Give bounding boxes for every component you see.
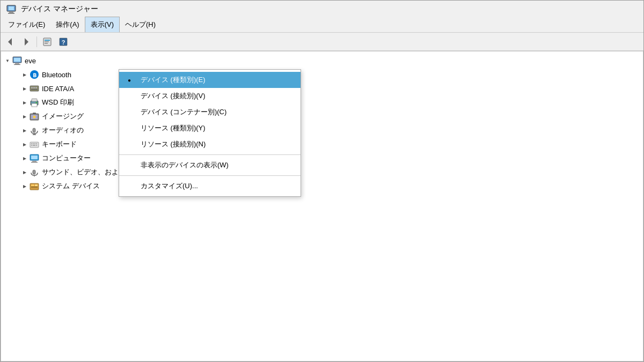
properties-button[interactable] xyxy=(40,35,55,49)
svg-rect-31 xyxy=(33,128,35,132)
back-icon xyxy=(5,37,15,47)
sound-expand-icon[interactable] xyxy=(20,168,29,176)
main-content: eve ʙ Bluetooth xyxy=(1,51,643,361)
tree-item-ide[interactable]: IDE ATA/A xyxy=(1,82,643,95)
sound-icon xyxy=(29,167,40,178)
svg-rect-41 xyxy=(36,145,37,146)
dropdown-label-by-container: デバイス (コンテナー別)(C) xyxy=(141,107,226,117)
dropdown-label-resource-connection: リソース (接続別)(N) xyxy=(141,139,206,149)
tree-item-imaging[interactable]: イメージング xyxy=(1,109,643,123)
svg-marker-5 xyxy=(25,38,28,46)
back-button[interactable] xyxy=(3,35,18,49)
keyboard-icon xyxy=(29,139,40,150)
svg-rect-44 xyxy=(32,161,36,162)
svg-rect-51 xyxy=(35,184,38,186)
computer-icon xyxy=(29,153,40,164)
svg-rect-1 xyxy=(9,6,14,10)
wsd-expand-icon[interactable] xyxy=(20,98,29,107)
audio-icon xyxy=(29,125,40,136)
bluetooth-icon: ʙ xyxy=(29,69,40,80)
computer-label: コンピューター xyxy=(42,153,91,163)
menu-help[interactable]: ヘルプ(H) xyxy=(120,17,161,32)
tree-item-system[interactable]: システム デバイス xyxy=(1,179,643,193)
bluetooth-expand-icon[interactable] xyxy=(20,70,29,79)
ide-label: IDE ATA/A xyxy=(42,85,74,93)
dropdown-label-show-hidden: 非表示のデバイスの表示(W) xyxy=(141,160,229,170)
imaging-label: イメージング xyxy=(42,112,84,121)
system-icon xyxy=(29,181,40,191)
svg-rect-3 xyxy=(8,13,14,14)
wsd-label: WSD 印刷 xyxy=(42,98,74,107)
window-title: デバイス マネージャー xyxy=(21,4,98,14)
tree-item-keyboard[interactable]: キーボード xyxy=(1,137,643,151)
dropdown-separator-1 xyxy=(119,154,301,155)
menu-file[interactable]: ファイル(E) xyxy=(3,17,50,32)
svg-rect-15 xyxy=(14,64,20,65)
svg-rect-37 xyxy=(34,143,35,144)
dropdown-separator-2 xyxy=(119,175,301,176)
svg-rect-21 xyxy=(35,87,37,88)
toolbar-separator-1 xyxy=(36,36,37,47)
svg-rect-50 xyxy=(31,187,38,188)
dropdown-item-resource-type[interactable]: リソース (種類別)(Y) xyxy=(119,120,301,136)
tree-item-bluetooth[interactable]: ʙ Bluetooth xyxy=(1,68,643,82)
svg-rect-49 xyxy=(31,184,34,186)
svg-rect-40 xyxy=(33,145,35,146)
svg-rect-43 xyxy=(31,156,38,159)
svg-text:?: ? xyxy=(62,39,65,46)
svg-rect-46 xyxy=(33,170,35,174)
app-icon xyxy=(6,4,17,14)
svg-rect-14 xyxy=(15,63,19,64)
system-expand-icon[interactable] xyxy=(20,182,29,190)
svg-rect-36 xyxy=(33,143,34,144)
svg-rect-20 xyxy=(33,87,35,88)
dropdown-item-by-connection[interactable]: デバイス (接続別)(V) xyxy=(119,88,301,104)
check-dot-by-type: ● xyxy=(128,77,131,83)
svg-rect-25 xyxy=(32,104,37,107)
menu-view[interactable]: 表示(V) xyxy=(85,17,120,32)
audio-expand-icon[interactable] xyxy=(20,126,29,135)
system-label: システム デバイス xyxy=(42,181,100,191)
bluetooth-label: Bluetooth xyxy=(42,71,71,79)
svg-text:ʙ: ʙ xyxy=(33,71,36,79)
imaging-expand-icon[interactable] xyxy=(20,112,29,121)
svg-rect-2 xyxy=(9,12,13,13)
svg-rect-38 xyxy=(36,143,37,144)
dropdown-item-by-container[interactable]: デバイス (コンテナー別)(C) xyxy=(119,104,301,120)
svg-rect-30 xyxy=(33,113,36,114)
svg-point-26 xyxy=(36,102,38,104)
dropdown-item-by-type[interactable]: ● デバイス (種類別)(E) xyxy=(119,72,301,88)
forward-icon xyxy=(21,37,31,47)
tree-item-computer[interactable]: コンピューター xyxy=(1,151,643,165)
computer-expand-icon[interactable] xyxy=(20,154,29,162)
dropdown-item-resource-connection[interactable]: リソース (接続別)(N) xyxy=(119,136,301,152)
keyboard-expand-icon[interactable] xyxy=(20,140,29,149)
svg-rect-19 xyxy=(31,87,33,88)
tree-item-sound[interactable]: サウンド、ビデオ、およびゲーム コントローラー xyxy=(1,165,643,179)
svg-rect-13 xyxy=(14,58,20,62)
svg-rect-24 xyxy=(32,99,37,101)
dropdown-label-by-connection: デバイス (接続別)(V) xyxy=(141,91,206,101)
forward-button[interactable] xyxy=(19,35,34,49)
svg-rect-45 xyxy=(31,162,38,162)
properties-icon xyxy=(42,37,52,47)
ide-expand-icon[interactable] xyxy=(20,84,29,93)
device-tree[interactable]: eve ʙ Bluetooth xyxy=(1,51,643,361)
tree-root-item[interactable]: eve xyxy=(1,54,643,68)
dropdown-item-customize[interactable]: カスタマイズ(U)... xyxy=(119,178,301,194)
svg-rect-35 xyxy=(31,143,32,144)
device-manager-window: デバイス マネージャー ファイル(E) 操作(A) 表示(V) ヘルプ(H) xyxy=(0,0,644,362)
tree-item-wsd[interactable]: WSD 印刷 xyxy=(1,95,643,109)
dropdown-item-show-hidden[interactable]: 非表示のデバイスの表示(W) xyxy=(119,157,301,173)
svg-rect-7 xyxy=(45,40,50,41)
root-computer-icon xyxy=(12,55,23,66)
root-expand-icon[interactable] xyxy=(3,56,12,65)
menu-action[interactable]: 操作(A) xyxy=(50,17,84,32)
ide-icon xyxy=(29,83,40,94)
svg-rect-22 xyxy=(31,89,38,90)
view-dropdown-menu: ● デバイス (種類別)(E) デバイス (接続別)(V) デバイス (コンテナ… xyxy=(119,69,301,197)
help-button[interactable]: ? xyxy=(56,35,71,49)
svg-point-29 xyxy=(33,116,36,119)
keyboard-label: キーボード xyxy=(42,139,77,149)
tree-item-audio[interactable]: オーディオの xyxy=(1,123,643,137)
